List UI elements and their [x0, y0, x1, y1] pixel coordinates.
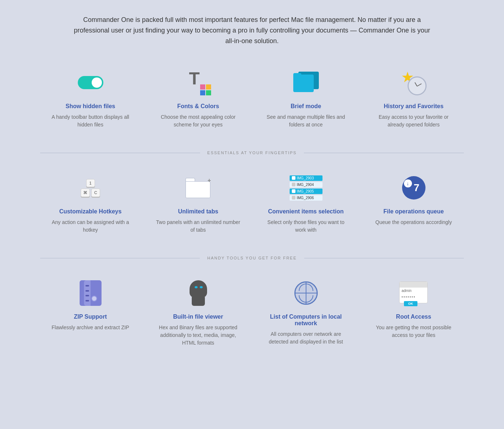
fonts-colors-desc: Choose the most appealing color scheme f…: [155, 113, 241, 129]
root-ok-button[interactable]: OK: [404, 301, 418, 306]
intro-section: Commander One is packed full with most i…: [40, 15, 464, 46]
feature-root: admin ••••••• OK Root Access You are get…: [363, 275, 464, 350]
show-hidden-title: Show hidden files: [65, 103, 115, 110]
sel-label-4: IMG_2906: [297, 196, 314, 200]
viewer-title: Built-in file viewer: [173, 314, 223, 320]
root-password-dots: •••••••: [402, 295, 416, 299]
tabs-graphic: +: [186, 178, 211, 198]
fonts-colors-graphic: T: [186, 70, 211, 95]
folder-front-tab: [293, 73, 301, 77]
root-row-admin: admin: [400, 288, 427, 294]
history-favorites-icon: ★: [399, 68, 428, 97]
selection-icon: IMG_2903 IMG_2904 IMG_2905 IMG_2906: [291, 173, 321, 202]
section1-grid: Show hidden files A handy toolbar button…: [40, 64, 464, 132]
color-sq-2: [206, 84, 211, 90]
root-title: Root Access: [396, 314, 431, 320]
root-admin-label: admin: [402, 289, 412, 293]
zip-desc: Flawlessly archive and extract ZIP: [51, 324, 129, 331]
intro-text: Commander One is packed full with most i…: [69, 15, 435, 46]
queue-arrow-icon: [404, 179, 412, 187]
folder-front-body: [293, 75, 314, 92]
tabs-icon: +: [184, 173, 213, 202]
divider1-label: ESSENTIALS AT YOUR FINGERTIPS: [207, 151, 297, 155]
sel-row-4: IMG_2906: [290, 195, 322, 201]
sel-row-1: IMG_2903: [290, 175, 322, 181]
queue-graphic: 7: [401, 175, 427, 201]
viewer-graphic: [187, 280, 209, 306]
feature-show-hidden: Show hidden files A handy toolbar button…: [40, 64, 141, 132]
zip-dash-4: [85, 300, 89, 301]
hotkeys-desc: Any action can be assigned with a hotkey: [47, 219, 133, 234]
zip-stripe: [84, 280, 91, 306]
history-favorites-title: History and Favorites: [384, 103, 444, 110]
tabs-desc: Two panels with an unlimited number of t…: [155, 219, 241, 234]
network-desc: All computers over network are detected …: [263, 330, 349, 346]
root-window: admin ••••••• OK: [399, 281, 428, 303]
viewer-desc: Hex and Binary files are supported addit…: [155, 324, 241, 347]
selection-desc: Select only those files you want to work…: [263, 219, 349, 234]
root-row-btn: OK: [400, 300, 427, 307]
history-favorites-desc: Easy access to your favorite or already …: [371, 113, 457, 129]
zip-dash-2: [85, 290, 89, 292]
sel-row-2: IMG_2904: [290, 182, 322, 187]
brief-mode-icon: [291, 68, 321, 97]
zip-title: ZIP Support: [74, 314, 107, 320]
brief-mode-desc: See and manage multiple files and folder…: [263, 113, 349, 129]
feature-brief-mode: Brief mode See and manage multiple files…: [256, 64, 356, 132]
feature-history-favorites: ★ History and Favorites Easy access to y…: [363, 64, 464, 132]
viewer-body: [192, 297, 205, 306]
root-row-password: •••••••: [400, 294, 427, 300]
queue-icon: 7: [399, 173, 428, 202]
sel-label-1: IMG_2903: [297, 176, 314, 180]
fonts-t-letter: T: [189, 70, 200, 87]
color-sq-1: [200, 84, 205, 90]
network-title: List of Computers in local network: [263, 314, 349, 327]
key-cmd: ⌘: [81, 189, 90, 197]
sel-label-2: IMG_2904: [297, 183, 314, 187]
sel-dot-4: [292, 196, 295, 200]
divider1: ESSENTIALS AT YOUR FINGERTIPS: [40, 151, 464, 155]
root-icon: admin ••••••• OK: [399, 278, 428, 308]
show-hidden-desc: A handy toolbar button displays all hidd…: [47, 113, 133, 129]
viewer-eye-right: [200, 286, 203, 288]
root-titlebar: [400, 282, 427, 288]
show-hidden-icon: [76, 68, 105, 97]
queue-title: File operations queue: [383, 208, 444, 215]
tabs-title: Unlimited tabs: [178, 208, 218, 215]
viewer-eye-left: [195, 286, 198, 288]
zip-dash-3: [85, 295, 89, 296]
color-sq-4: [206, 90, 211, 95]
clock-hand-minute: [417, 84, 421, 87]
queue-desc: Queue the operations accordingly: [375, 219, 452, 226]
zip-pull: [91, 296, 97, 301]
selection-graphic: IMG_2903 IMG_2904 IMG_2905 IMG_2906: [290, 175, 322, 201]
feature-network: List of Computers in local network All c…: [256, 275, 356, 350]
history-graphic: ★: [401, 70, 427, 95]
page-wrapper: Commander One is packed full with most i…: [33, 0, 471, 383]
sel-dot-1: [292, 176, 295, 180]
zip-graphic: [80, 280, 102, 306]
feature-tabs: + Unlimited tabs Two panels with an unli…: [148, 170, 248, 238]
clock-icon: [408, 76, 427, 95]
key-row-top: 1: [86, 179, 95, 187]
viewer-head: [190, 280, 207, 298]
hotkeys-graphic: 1 ⌘ C: [81, 179, 100, 197]
color-squares: [200, 84, 211, 95]
sel-label-3: IMG_2905: [297, 189, 314, 193]
network-graphic: [294, 281, 318, 305]
root-desc: You are getting the most possible access…: [371, 324, 457, 339]
feature-queue: 7 File operations queue Queue the operat…: [363, 170, 464, 238]
zip-icon: [76, 278, 105, 308]
feature-hotkeys: 1 ⌘ C Customizable Hotkeys Any action ca…: [40, 170, 141, 238]
hotkeys-icon: 1 ⌘ C: [76, 173, 105, 202]
sel-row-3: IMG_2905: [290, 189, 322, 194]
brief-mode-title: Brief mode: [291, 103, 321, 110]
sel-dot-3: [292, 189, 295, 193]
section2-grid: 1 ⌘ C Customizable Hotkeys Any action ca…: [40, 170, 464, 238]
fonts-colors-title: Fonts & Colors: [177, 103, 219, 110]
viewer-icon: [184, 278, 213, 308]
tab-plus-icon: +: [207, 177, 211, 184]
feature-zip: ZIP Support Flawlessly archive and extra…: [40, 275, 141, 350]
zip-dash-1: [85, 285, 89, 286]
feature-viewer: Built-in file viewer Hex and Binary file…: [148, 275, 248, 350]
